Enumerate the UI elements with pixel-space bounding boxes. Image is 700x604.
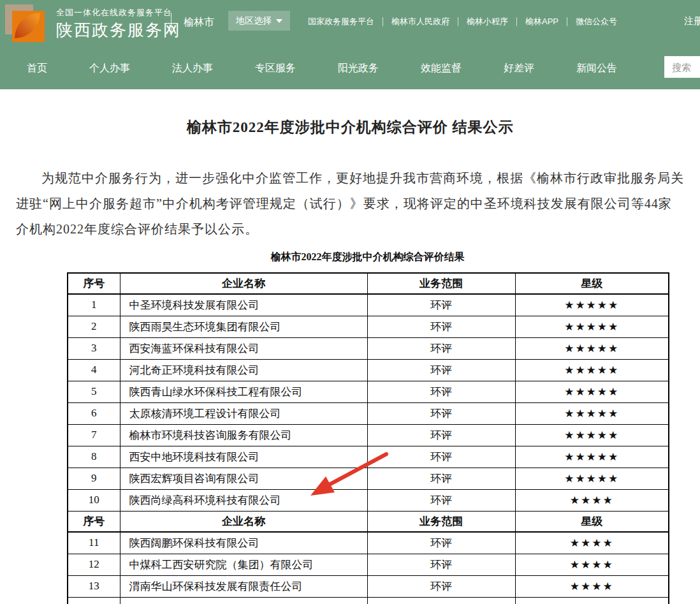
top-links: 国家政务服务平台 榆林市人民政府 榆林小程序 榆林APP 微信公众号: [308, 16, 617, 27]
link-yulin-app[interactable]: 榆林APP: [525, 16, 558, 27]
star-rating: ★★★★: [515, 575, 669, 597]
site-name: 陕西政务服务网: [56, 20, 181, 41]
row-number: 3: [68, 337, 120, 359]
column-header: 企业名称: [120, 273, 367, 294]
table-row: 9陕西宏辉项目咨询有限公司环评★★★★★: [68, 468, 669, 489]
business-scope: 环评: [367, 337, 515, 359]
page-title: 榆林市2022年度涉批中介机构综合评价 结果公示: [0, 117, 700, 137]
business-scope: 环评: [367, 575, 515, 597]
star-rating: ★★★★★: [515, 424, 669, 446]
row-number: 1: [68, 294, 120, 316]
region-select-button[interactable]: 地区选择: [228, 11, 290, 31]
nav-item-news-announcements[interactable]: 新闻公告: [576, 62, 617, 75]
paragraph-line: 介机构2022年度综合评价结果予以公示。: [16, 216, 700, 242]
row-number: 11: [68, 532, 120, 554]
column-header: 序号: [68, 511, 120, 532]
announcement-article: 榆林市2022年度涉批中介机构综合评价 结果公示 为规范中介服务行为，进一步强化…: [0, 117, 700, 604]
star-rating: ★★★★★: [515, 337, 669, 359]
nav-item-rating[interactable]: 好差评: [504, 62, 534, 75]
company-name: 西安海蓝环保科技有限公司: [120, 337, 367, 359]
site-header: 全国一体化在线政务服务平台 陕西政务服务网 榆林市 地区选择 国家政务服务平台 …: [0, 0, 700, 48]
star-rating: ★★★★★: [515, 468, 669, 489]
nav-item-efficiency-supervision[interactable]: 效能监督: [421, 62, 462, 75]
paragraph-line: 为规范中介服务行为，进一步强化中介监管工作，更好地提升我市营商环境，根据《榆林市…: [16, 165, 700, 191]
column-header: 企业名称: [120, 511, 367, 532]
company-name: 太原核清环境工程设计有限公司: [120, 402, 367, 424]
link-wechat-official[interactable]: 微信公众号: [576, 16, 617, 27]
search-input[interactable]: [664, 56, 700, 78]
link-separator: [458, 17, 458, 26]
star-rating: ★★★★: [515, 532, 669, 554]
table-row: 1中圣环境科技发展有限公司环评★★★★★: [68, 294, 669, 316]
nav-item-sunshine-government[interactable]: 阳光政务: [338, 62, 379, 75]
site-brand[interactable]: 全国一体化在线政务服务平台 陕西政务服务网: [5, 3, 181, 46]
register-link[interactable]: 注册: [684, 15, 700, 27]
table-row: 2陕西雨昊生态环境集团有限公司环评★★★★★: [68, 316, 669, 337]
company-name: 陕西尚绿高科环境科技有限公司: [120, 489, 367, 511]
row-number: 8: [68, 446, 120, 468]
star-rating: ★★★★★: [515, 316, 669, 337]
nav-item-personal-affairs[interactable]: 个人办事: [89, 62, 130, 75]
table-row: 13渭南华山环保科技发展有限责任公司环评★★★★: [68, 575, 669, 597]
company-name: 中煤科工西安研究院（集团）有限公司: [120, 554, 367, 575]
evaluation-table: 序号企业名称业务范围星级1中圣环境科技发展有限公司环评★★★★★2陕西雨昊生态环…: [67, 272, 669, 604]
paragraph-line: 进驻“网上中介服务超市”中介机构考评管理规定（试行）》要求，现将评定的中圣环境科…: [16, 191, 700, 216]
row-number: 10: [68, 489, 120, 511]
star-rating: ★★★★: [515, 489, 669, 511]
nav-item-zone-services[interactable]: 专区服务: [255, 62, 296, 75]
company-name: 榆林市环境科技咨询服务有限公司: [120, 424, 367, 446]
row-number: 6: [68, 402, 120, 424]
table-row: 5陕西青山绿水环保科技工程有限公司环评★★★★★: [68, 381, 669, 402]
table-row: 7榆林市环境科技咨询服务有限公司环评★★★★★: [68, 424, 669, 446]
link-separator: [516, 17, 517, 26]
business-scope: 环评: [367, 489, 515, 511]
link-yulin-gov[interactable]: 榆林市人民政府: [391, 16, 449, 27]
link-separator: [383, 17, 383, 26]
business-scope: 环评: [367, 402, 515, 424]
brand-divider: [171, 13, 171, 36]
business-scope: 环评: [367, 468, 515, 489]
company-name: 陕西雨昊生态环境集团有限公司: [120, 316, 367, 337]
table-row: 10陕西尚绿高科环境科技有限公司环评★★★★: [68, 489, 669, 511]
star-rating: ★★★★: [515, 554, 669, 575]
business-scope: 环评: [367, 554, 515, 575]
nav-item-legal-person-affairs[interactable]: 法人办事: [172, 62, 213, 75]
business-scope: 环评: [367, 316, 515, 337]
star-rating: ★★★★★: [515, 359, 669, 381]
business-scope: 环评: [367, 381, 515, 402]
empty-cell: [68, 597, 120, 604]
current-city-label: 榆林市: [184, 16, 214, 29]
table-row: 4河北奇正环境科技有限公司环评★★★★★: [68, 359, 669, 381]
nav-item-home[interactable]: 首页: [27, 62, 47, 75]
company-name: 陕西阔鹏环保科技有限公司: [120, 532, 367, 554]
star-rating: ★★★★★: [515, 381, 669, 402]
column-header: 星级: [515, 511, 669, 532]
star-rating: ★★★★★: [515, 402, 669, 424]
evaluation-table-wrap: 榆林市2022年度涉批中介机构综合评价结果 序号企业名称业务范围星级1中圣环境科…: [67, 251, 668, 604]
table-row: 3西安海蓝环保科技有限公司环评★★★★★: [68, 337, 669, 359]
column-header: 星级: [515, 273, 669, 294]
business-scope: 环评: [367, 424, 515, 446]
table-row: 8西安中地环境科技有限公司环评★★★★★: [68, 446, 669, 468]
column-header: 业务范围: [367, 511, 515, 532]
company-name: 陕西青山绿水环保科技工程有限公司: [120, 381, 367, 402]
link-national-platform[interactable]: 国家政务服务平台: [308, 16, 374, 27]
caret-down-icon: [276, 19, 282, 23]
business-scope: 环评: [367, 294, 515, 316]
table-header-row: 序号企业名称业务范围星级: [68, 273, 669, 294]
company-name: 中圣环境科技发展有限公司: [120, 294, 367, 316]
company-name: 河北奇正环境科技有限公司: [120, 359, 367, 381]
company-name: 陕西宏辉项目咨询有限公司: [120, 468, 367, 489]
company-name: 西安中地环境科技有限公司: [120, 446, 367, 468]
row-number: 2: [68, 316, 120, 337]
region-select-label: 地区选择: [236, 15, 272, 27]
empty-cell: [120, 597, 367, 604]
empty-cell: [515, 597, 669, 604]
platform-tagline: 全国一体化在线政务服务平台: [56, 8, 181, 18]
row-number: 5: [68, 381, 120, 402]
table-caption: 榆林市2022年度涉批中介机构综合评价结果: [67, 251, 668, 264]
row-number: 9: [68, 468, 120, 489]
link-yulin-miniprogram[interactable]: 榆林小程序: [467, 16, 508, 27]
link-separator: [567, 17, 567, 26]
eval-table-body: 序号企业名称业务范围星级1中圣环境科技发展有限公司环评★★★★★2陕西雨昊生态环…: [68, 273, 669, 604]
